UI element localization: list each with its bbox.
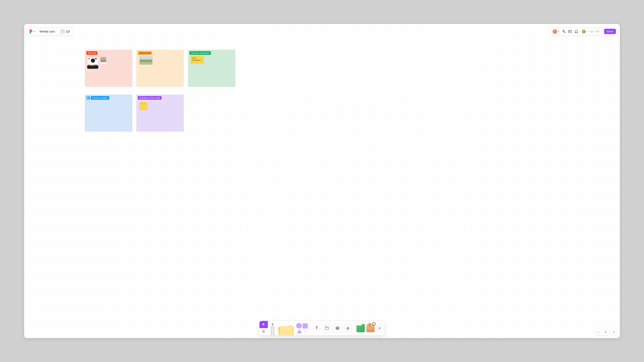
stamp-icon	[346, 326, 350, 330]
top-left-toolbar: Weekly sync 1 Q3	[26, 27, 73, 35]
sparkle-icon	[562, 29, 566, 33]
stamp-tool[interactable]	[344, 324, 352, 332]
photo-booth-widget[interactable]	[366, 324, 375, 332]
section-project-updates[interactable]: Project updates	[85, 95, 132, 132]
svg-rect-0	[568, 30, 572, 33]
cursor-icon	[262, 323, 266, 326]
page-label: Q3	[66, 30, 70, 33]
plus-icon	[604, 331, 607, 334]
svg-rect-3	[336, 327, 339, 329]
dot-icon	[320, 328, 320, 329]
comment-icon	[574, 29, 578, 33]
select-tool[interactable]	[260, 321, 268, 328]
text-icon	[314, 326, 319, 331]
sticky-note[interactable]: Open enrollment!	[191, 56, 204, 64]
sticky-note-empty[interactable]: Add text	[140, 102, 148, 110]
star-icon: ✦	[587, 30, 589, 33]
text-tool[interactable]	[312, 326, 322, 331]
page-icon: 1	[61, 30, 64, 33]
section-label[interactable]: Show & tell	[138, 51, 152, 55]
section-label[interactable]: General reminders	[190, 51, 211, 55]
shapes-icon	[296, 323, 309, 334]
collaborator-avatar	[582, 29, 586, 33]
help-button[interactable]: ?	[611, 329, 617, 335]
hand-icon	[262, 330, 266, 334]
timer-value: 03:00	[590, 30, 600, 33]
comment-button[interactable]	[574, 29, 578, 33]
timer-pill[interactable]: ✦ 03:00	[581, 29, 602, 34]
section-label[interactable]: Project updates	[91, 96, 109, 100]
pencil-icon	[271, 323, 274, 335]
top-right-toolbar: ✦ 03:00 Share	[550, 27, 617, 35]
section-tool[interactable]	[323, 324, 331, 332]
minus-icon	[597, 331, 600, 334]
panel-icon	[568, 29, 572, 33]
chevron-down-icon	[558, 31, 559, 32]
table-tool[interactable]	[334, 324, 342, 332]
polaroid-photo-widget[interactable]	[100, 57, 106, 64]
sticky-note-tool[interactable]	[278, 321, 295, 335]
zoom-controls	[595, 329, 609, 335]
section-icon	[325, 326, 329, 330]
main-menu-button[interactable]	[27, 28, 37, 35]
section-general-reminders[interactable]: General reminders Open enrollment!	[188, 50, 235, 87]
chevron-down-icon	[34, 31, 35, 32]
zoom-out-button[interactable]	[595, 329, 602, 335]
section-show-and-tell[interactable]: Show & tell	[136, 50, 184, 87]
share-button[interactable]: Share	[604, 29, 616, 34]
account-menu[interactable]	[552, 29, 559, 34]
ai-sparkle-button[interactable]	[562, 29, 566, 33]
polaroid-camera-sticker[interactable]	[87, 57, 98, 69]
shapes-tool[interactable]	[295, 321, 310, 335]
more-widgets-button[interactable]	[376, 325, 383, 331]
jambot-widget[interactable]	[356, 324, 365, 332]
page-selector[interactable]: 1 Q3	[58, 28, 72, 35]
table-icon	[336, 326, 340, 330]
sticky-stack-icon	[278, 325, 295, 335]
zoom-in-button[interactable]	[602, 329, 609, 335]
section-label[interactable]: Roll call	[86, 51, 97, 55]
pencil-tool[interactable]	[268, 321, 278, 335]
section-roll-call[interactable]: Roll call	[85, 50, 132, 87]
bottom-toolbar	[260, 321, 385, 335]
file-title[interactable]: Weekly sync	[37, 28, 58, 35]
templates-button[interactable]	[568, 29, 572, 33]
landscape-image[interactable]	[140, 56, 152, 65]
section-label[interactable]: Question of the week	[138, 96, 162, 100]
figma-logo-icon	[30, 29, 32, 33]
plus-icon	[378, 326, 381, 330]
section-question-of-the-week[interactable]: Question of the week Add text	[136, 95, 184, 132]
canvas-frame[interactable]: Weekly sync 1 Q3 ✦ 03:00 Share Roll call	[24, 24, 620, 338]
section-type-icon	[86, 96, 90, 100]
svg-rect-2	[326, 327, 328, 330]
sticky-placeholder: Add text	[140, 103, 146, 104]
hand-tool[interactable]	[260, 328, 268, 335]
dot-icon	[313, 328, 314, 329]
user-avatar	[552, 29, 557, 34]
